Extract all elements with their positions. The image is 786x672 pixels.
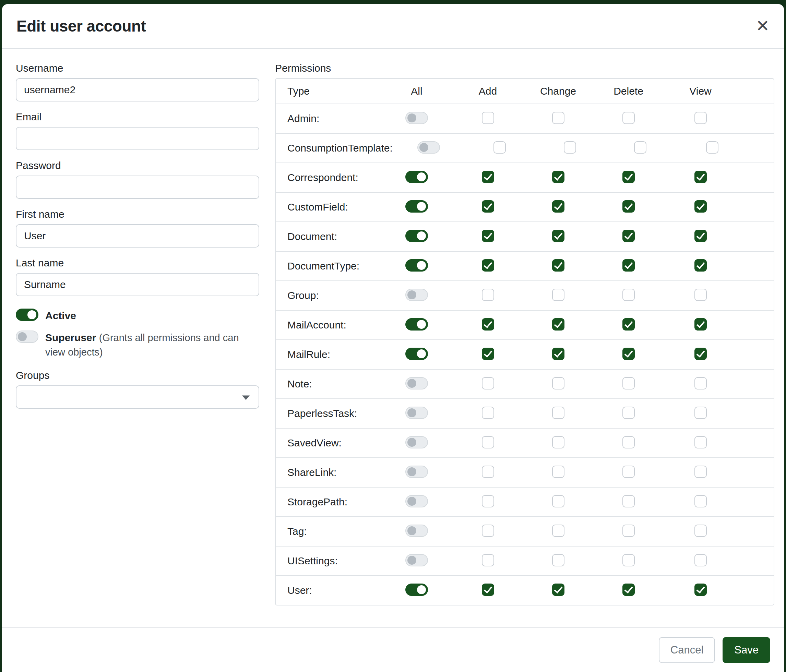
all-toggle[interactable] — [406, 495, 428, 507]
view-checkbox[interactable] — [695, 466, 707, 478]
view-checkbox[interactable] — [695, 318, 707, 331]
password-input[interactable] — [16, 176, 259, 199]
change-checkbox[interactable] — [552, 289, 564, 301]
view-checkbox[interactable] — [695, 289, 707, 301]
delete-checkbox[interactable] — [623, 377, 635, 389]
change-checkbox[interactable] — [552, 348, 564, 360]
permission-type-label: SavedView: — [276, 437, 380, 449]
change-checkbox[interactable] — [552, 495, 564, 507]
change-checkbox[interactable] — [552, 584, 564, 596]
change-checkbox[interactable] — [552, 259, 564, 272]
all-toggle[interactable] — [406, 200, 428, 213]
view-checkbox[interactable] — [695, 524, 707, 537]
view-checkbox[interactable] — [695, 554, 707, 567]
delete-checkbox[interactable] — [623, 495, 635, 507]
change-checkbox[interactable] — [552, 407, 564, 419]
permission-row: CustomField: — [276, 192, 773, 221]
first-name-input[interactable] — [16, 224, 259, 248]
email-input[interactable] — [16, 127, 259, 150]
username-input[interactable] — [16, 78, 259, 102]
add-checkbox[interactable] — [482, 554, 494, 567]
delete-checkbox[interactable] — [623, 200, 635, 213]
delete-checkbox[interactable] — [623, 348, 635, 360]
delete-checkbox[interactable] — [623, 554, 635, 567]
view-checkbox[interactable] — [695, 171, 707, 183]
add-checkbox[interactable] — [482, 407, 494, 419]
change-checkbox[interactable] — [552, 200, 564, 213]
all-toggle[interactable] — [406, 436, 428, 449]
add-checkbox[interactable] — [482, 171, 494, 183]
add-checkbox[interactable] — [494, 141, 506, 154]
add-checkbox[interactable] — [482, 466, 494, 478]
groups-select[interactable] — [16, 385, 259, 409]
add-checkbox[interactable] — [482, 112, 494, 124]
change-checkbox[interactable] — [552, 524, 564, 537]
active-toggle[interactable] — [16, 309, 38, 321]
save-button[interactable]: Save — [723, 637, 770, 663]
all-toggle[interactable] — [406, 289, 428, 301]
change-checkbox[interactable] — [552, 377, 564, 389]
all-toggle[interactable] — [406, 466, 428, 478]
change-checkbox[interactable] — [552, 112, 564, 124]
change-checkbox[interactable] — [552, 318, 564, 331]
permission-row: MailAccount: — [276, 310, 773, 339]
add-checkbox[interactable] — [482, 377, 494, 389]
view-checkbox[interactable] — [695, 584, 707, 596]
view-checkbox[interactable] — [706, 141, 718, 154]
delete-checkbox[interactable] — [623, 407, 635, 419]
delete-checkbox[interactable] — [623, 259, 635, 272]
delete-checkbox[interactable] — [623, 230, 635, 242]
view-checkbox[interactable] — [695, 377, 707, 389]
cancel-button[interactable]: Cancel — [659, 637, 715, 663]
all-toggle[interactable] — [406, 524, 428, 537]
all-toggle[interactable] — [406, 259, 428, 272]
delete-checkbox[interactable] — [623, 436, 635, 449]
add-checkbox[interactable] — [482, 348, 494, 360]
delete-checkbox[interactable] — [623, 171, 635, 183]
last-name-input[interactable] — [16, 273, 259, 296]
view-checkbox[interactable] — [695, 348, 707, 360]
change-checkbox[interactable] — [552, 436, 564, 449]
permission-row: ConsumptionTemplate: — [276, 133, 773, 163]
add-checkbox[interactable] — [482, 289, 494, 301]
view-checkbox[interactable] — [695, 407, 707, 419]
close-icon[interactable]: ✕ — [756, 18, 770, 34]
add-checkbox[interactable] — [482, 524, 494, 537]
change-checkbox[interactable] — [564, 141, 576, 154]
add-checkbox[interactable] — [482, 200, 494, 213]
add-checkbox[interactable] — [482, 584, 494, 596]
view-checkbox[interactable] — [695, 259, 707, 272]
all-toggle[interactable] — [406, 112, 428, 124]
all-toggle[interactable] — [406, 171, 428, 183]
superuser-toggle[interactable] — [16, 331, 38, 343]
delete-checkbox[interactable] — [623, 524, 635, 537]
all-toggle[interactable] — [406, 230, 428, 242]
add-checkbox[interactable] — [482, 259, 494, 272]
view-checkbox[interactable] — [695, 436, 707, 449]
all-toggle[interactable] — [406, 348, 428, 360]
view-checkbox[interactable] — [695, 200, 707, 213]
all-toggle[interactable] — [406, 584, 428, 596]
delete-checkbox[interactable] — [623, 584, 635, 596]
delete-checkbox[interactable] — [623, 318, 635, 331]
change-checkbox[interactable] — [552, 171, 564, 183]
all-toggle[interactable] — [406, 377, 428, 389]
all-toggle[interactable] — [406, 554, 428, 567]
delete-checkbox[interactable] — [623, 466, 635, 478]
all-toggle[interactable] — [417, 141, 440, 154]
add-checkbox[interactable] — [482, 436, 494, 449]
view-checkbox[interactable] — [695, 230, 707, 242]
change-checkbox[interactable] — [552, 230, 564, 242]
all-toggle[interactable] — [406, 318, 428, 331]
delete-checkbox[interactable] — [623, 112, 635, 124]
view-checkbox[interactable] — [695, 495, 707, 507]
delete-checkbox[interactable] — [634, 141, 646, 154]
add-checkbox[interactable] — [482, 495, 494, 507]
add-checkbox[interactable] — [482, 318, 494, 331]
delete-checkbox[interactable] — [623, 289, 635, 301]
change-checkbox[interactable] — [552, 466, 564, 478]
all-toggle[interactable] — [406, 407, 428, 419]
add-checkbox[interactable] — [482, 230, 494, 242]
view-checkbox[interactable] — [695, 112, 707, 124]
change-checkbox[interactable] — [552, 554, 564, 567]
